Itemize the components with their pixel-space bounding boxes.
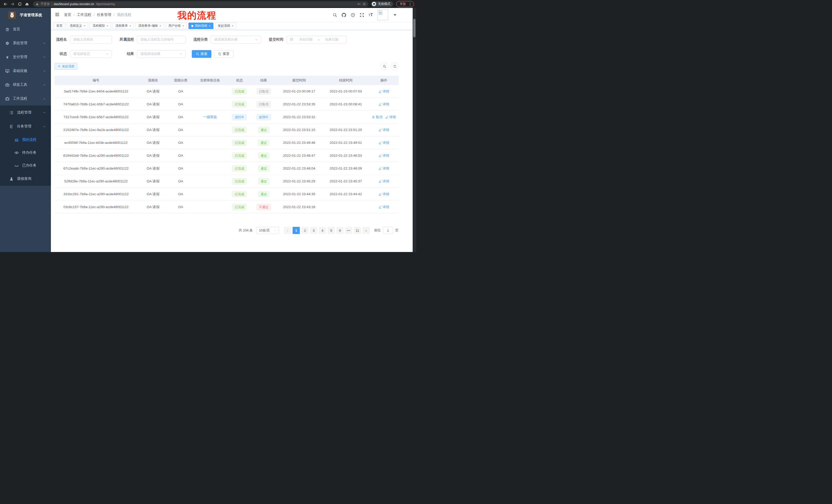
- breadcrumb-item[interactable]: 工作流程: [77, 12, 91, 17]
- tab-我的流程[interactable]: 我的流程×: [188, 23, 213, 29]
- select-field[interactable]: 请选择状态: [70, 50, 112, 58]
- table-row: 03c6c157-7b9a-11ec-a290-acde48001122OA 请…: [54, 201, 398, 214]
- close-icon[interactable]: ×: [129, 24, 131, 27]
- breadcrumb-separator: /: [74, 13, 75, 17]
- detail-link[interactable]: 详情: [379, 166, 389, 171]
- fullscreen-icon[interactable]: [360, 13, 364, 17]
- close-icon[interactable]: ×: [106, 24, 108, 27]
- tab-发起流程[interactable]: 发起流程×: [215, 23, 236, 29]
- detail-link[interactable]: 详情: [379, 205, 389, 209]
- tab-用户分组[interactable]: 用户分组×: [165, 23, 187, 29]
- key-icon[interactable]: [357, 2, 361, 6]
- sidebar-collapse-icon[interactable]: [51, 12, 63, 18]
- close-icon[interactable]: ×: [159, 24, 161, 27]
- avatar-caret-icon[interactable]: [393, 13, 397, 17]
- tab-bar: 首页流程定义×流程模型×流程表单×流程表单-编辑×用户分组×我的流程×发起流程×: [51, 22, 416, 30]
- sidebar-item-devtools[interactable]: 研发工具: [0, 78, 51, 92]
- cell-result: 已取消: [252, 85, 276, 98]
- input-field[interactable]: 请输入流程定义的编号: [137, 36, 186, 44]
- cell-result: 通过: [252, 188, 276, 201]
- sidebar-item-workflow[interactable]: 工作流程: [0, 92, 51, 106]
- page-button-4[interactable]: 4: [319, 227, 326, 234]
- sidebar-item-my-process[interactable]: 我的流程: [0, 133, 51, 146]
- scrollbar-thumb[interactable]: [413, 19, 415, 37]
- start-process-button[interactable]: 发起流程: [54, 63, 77, 69]
- cell-current-task: [193, 136, 227, 149]
- prev-page-button[interactable]: ‹: [284, 227, 291, 234]
- sidebar-item-system[interactable]: 系统管理: [0, 36, 51, 50]
- kebab-menu-icon[interactable]: [408, 2, 412, 6]
- breadcrumb-item[interactable]: 任务管理: [97, 12, 111, 17]
- page-button-3[interactable]: 3: [310, 227, 317, 234]
- page-size-select[interactable]: 10条/页: [256, 227, 279, 234]
- close-icon[interactable]: ×: [209, 24, 211, 27]
- detail-link[interactable]: 详情: [385, 115, 396, 119]
- tab-流程模型[interactable]: 流程模型×: [90, 23, 111, 29]
- sidebar-item-done-tasks[interactable]: 已办任务: [0, 159, 51, 172]
- trash-icon: [372, 116, 375, 119]
- sidebar-item-process-mgmt[interactable]: 流程管理: [0, 106, 51, 119]
- reset-button[interactable]: 重置: [214, 50, 233, 58]
- home-icon[interactable]: [24, 1, 30, 7]
- cell-id: 67c2eaab-7b9a-11ec-a290-acde48001122: [54, 162, 137, 175]
- close-icon[interactable]: ×: [182, 24, 184, 27]
- tab-首页[interactable]: 首页: [53, 23, 65, 29]
- detail-link[interactable]: 详情: [379, 179, 389, 184]
- action-links: 详情: [379, 141, 389, 145]
- more-pages-icon[interactable]: •••: [345, 227, 352, 234]
- detail-link[interactable]: 详情: [379, 192, 389, 197]
- close-icon[interactable]: ×: [232, 24, 233, 27]
- breadcrumb-item[interactable]: 首页: [64, 12, 71, 17]
- page-button-1[interactable]: 1: [293, 227, 300, 234]
- close-icon[interactable]: ×: [83, 24, 85, 27]
- page-button-5[interactable]: 5: [328, 227, 335, 234]
- bookmark-star-icon[interactable]: [363, 2, 366, 6]
- refresh-button[interactable]: [391, 62, 398, 70]
- page-button-2[interactable]: 2: [301, 227, 309, 234]
- warning-icon: [35, 2, 39, 6]
- detail-link[interactable]: 详情: [379, 141, 389, 145]
- github-icon[interactable]: [342, 13, 346, 17]
- search-icon[interactable]: [333, 13, 337, 17]
- back-icon[interactable]: [2, 1, 9, 7]
- tab-流程表单[interactable]: 流程表单×: [113, 23, 134, 29]
- detail-link[interactable]: 详情: [379, 128, 389, 132]
- next-page-button[interactable]: ›: [363, 227, 370, 234]
- search-button[interactable]: 搜索: [192, 50, 211, 58]
- sidebar-item-payment[interactable]: ¥支付管理: [0, 50, 51, 64]
- reload-icon[interactable]: [17, 1, 23, 7]
- chevron-up-icon: [43, 125, 46, 128]
- daterange-field[interactable]: 开始日期-结束日期: [286, 36, 346, 44]
- avatar[interactable]: [378, 9, 388, 20]
- help-icon[interactable]: ?: [351, 13, 355, 17]
- window-scrollbar[interactable]: [413, 8, 416, 252]
- goto-page-input[interactable]: 1: [383, 227, 393, 234]
- cell-end-time: 2022-01-22 23:46:09: [322, 162, 369, 175]
- select-field[interactable]: 请选择流程分类: [211, 36, 261, 44]
- address-bar[interactable]: 不安全 dashboard.yudao.iocoder.cn/bpm/task/…: [33, 1, 368, 7]
- sidebar-item-infra[interactable]: 基础设施: [0, 64, 51, 78]
- detail-link[interactable]: 详情: [379, 102, 389, 107]
- forward-icon[interactable]: [9, 1, 16, 7]
- input-field[interactable]: 请输入流程名: [70, 36, 112, 44]
- update-button[interactable]: 更新: [396, 1, 414, 7]
- select-field[interactable]: 请选择流结果: [137, 50, 186, 58]
- table-header-row: 编号流程名流程分类当前审批任务状态结果提交时间结束时间操作: [54, 76, 398, 85]
- tab-流程表单-编辑[interactable]: 流程表单-编辑×: [135, 23, 164, 29]
- detail-link[interactable]: 详情: [379, 153, 389, 158]
- robot-icon: [15, 138, 19, 142]
- cell-current-task[interactable]: 一级审批: [193, 111, 227, 123]
- tab-流程定义[interactable]: 流程定义×: [67, 23, 88, 29]
- sidebar-item-home[interactable]: 首页: [0, 22, 51, 36]
- cancel-link[interactable]: 取消: [372, 115, 383, 119]
- page-button-6[interactable]: 6: [336, 227, 343, 234]
- page-button-11[interactable]: 11: [354, 227, 361, 234]
- sidebar-item-leave-query[interactable]: 请假查询: [0, 172, 51, 186]
- app-logo[interactable]: 芋道管理系统: [0, 8, 51, 22]
- cell-result: 通过: [252, 175, 276, 188]
- sidebar-item-todo-tasks[interactable]: 待办任务: [0, 146, 51, 159]
- detail-link[interactable]: 详情: [379, 89, 389, 94]
- sidebar-item-task-mgmt[interactable]: 任务管理: [0, 119, 51, 133]
- toggle-search-button[interactable]: [381, 62, 388, 70]
- font-size-icon[interactable]: TT: [369, 13, 373, 17]
